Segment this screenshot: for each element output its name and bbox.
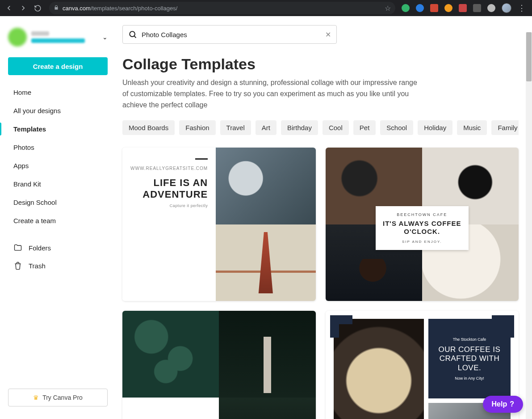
chip-fashion[interactable]: Fashion bbox=[179, 120, 215, 135]
pro-button-label: Try Canva Pro bbox=[42, 394, 83, 401]
template-card[interactable]: AUGUST 2020 Scenes From My bbox=[122, 311, 316, 419]
chip-cool[interactable]: Cool bbox=[323, 120, 349, 135]
search-icon bbox=[128, 30, 137, 39]
chevron-down-icon: ⌄ bbox=[102, 34, 108, 41]
extension-icon[interactable] bbox=[473, 4, 481, 12]
template-text: WWW.REALLYGREATSITE.COM bbox=[130, 166, 208, 171]
question-icon: ? bbox=[510, 400, 514, 408]
profile-avatar[interactable] bbox=[502, 3, 511, 13]
sidebar-item-design-school[interactable]: Design School bbox=[0, 193, 116, 212]
browser-toolbar: canva.com/templates/search/photo-collage… bbox=[0, 0, 532, 16]
template-text-panel: BEECHTOWN CAFE IT'S ALWAYS COFFEE O'CLOC… bbox=[376, 206, 469, 250]
template-image bbox=[219, 398, 315, 419]
extension-icon[interactable] bbox=[444, 4, 452, 12]
template-image bbox=[219, 311, 315, 398]
chip-pet[interactable]: Pet bbox=[353, 120, 376, 135]
crown-icon: ♛ bbox=[33, 394, 39, 401]
chip-music[interactable]: Music bbox=[457, 120, 487, 135]
template-text: LIFE IS AN bbox=[154, 177, 208, 188]
extension-icon[interactable] bbox=[459, 4, 467, 12]
main-content: Photo Collages ✕ Collage Templates Unlea… bbox=[116, 16, 532, 419]
extension-icon[interactable] bbox=[416, 4, 424, 12]
sidebar: ⌄ Create a design Home All your designs … bbox=[0, 16, 116, 419]
sidebar-item-home[interactable]: Home bbox=[0, 83, 116, 102]
help-button[interactable]: Help ? bbox=[483, 396, 523, 413]
vertical-scrollbar[interactable] bbox=[526, 32, 532, 419]
back-button[interactable] bbox=[4, 3, 14, 13]
sidebar-item-create-team[interactable]: Create a team bbox=[0, 212, 116, 230]
template-text: The Stockton Cafe bbox=[453, 337, 486, 342]
sidebar-item-label: Trash bbox=[29, 262, 46, 270]
template-text: ADVENTURE bbox=[142, 189, 208, 200]
sidebar-item-trash[interactable]: Trash bbox=[0, 257, 116, 275]
trash-icon bbox=[13, 261, 22, 270]
chip-travel[interactable]: Travel bbox=[220, 120, 251, 135]
chip-art[interactable]: Art bbox=[256, 120, 276, 135]
corner-decoration bbox=[492, 315, 514, 338]
forward-button[interactable] bbox=[18, 3, 29, 13]
help-label: Help bbox=[492, 400, 507, 408]
chip-mood-boards[interactable]: Mood Boards bbox=[122, 120, 175, 135]
filter-chips: Mood Boards Fashion Travel Art Birthday … bbox=[122, 120, 519, 135]
try-pro-button[interactable]: ♛ Try Canva Pro bbox=[8, 389, 108, 406]
sidebar-item-apps[interactable]: Apps bbox=[0, 157, 116, 175]
template-text: Now in Any City! bbox=[455, 376, 484, 381]
template-card[interactable]: BEECHTOWN CAFE IT'S ALWAYS COFFEE O'CLOC… bbox=[326, 148, 519, 301]
chip-birthday[interactable]: Birthday bbox=[281, 120, 318, 135]
chip-family[interactable]: Family bbox=[491, 120, 519, 135]
sidebar-item-photos[interactable]: Photos bbox=[0, 138, 116, 157]
template-text: BEECHTOWN CAFE bbox=[380, 212, 464, 217]
chip-school[interactable]: School bbox=[380, 120, 413, 135]
extension-icon[interactable] bbox=[487, 4, 495, 12]
template-image bbox=[216, 148, 315, 224]
reload-button[interactable] bbox=[32, 3, 43, 13]
create-design-button[interactable]: Create a design bbox=[8, 57, 108, 75]
sidebar-item-brand-kit[interactable]: Brand Kit bbox=[0, 175, 116, 193]
chip-holiday[interactable]: Holiday bbox=[418, 120, 452, 135]
search-query: Photo Collages bbox=[142, 31, 321, 38]
svg-point-0 bbox=[130, 31, 135, 37]
folder-icon bbox=[13, 243, 22, 252]
url-text: canva.com/templates/search/photo-collage… bbox=[63, 5, 177, 12]
sidebar-item-all-designs[interactable]: All your designs bbox=[0, 102, 116, 120]
template-image bbox=[122, 311, 219, 398]
account-switcher[interactable]: ⌄ bbox=[0, 23, 116, 51]
template-text: OUR COFFEE IS CRAFTED WITH LOVE. bbox=[433, 345, 506, 372]
template-text: SIP AND ENJOY. bbox=[380, 240, 464, 244]
extension-icon[interactable] bbox=[430, 4, 438, 12]
page-title: Collage Templates bbox=[122, 55, 519, 73]
template-card[interactable]: WWW.REALLYGREATSITE.COM LIFE IS ANADVENT… bbox=[122, 148, 316, 301]
clear-search-button[interactable]: ✕ bbox=[325, 30, 331, 39]
star-icon[interactable]: ☆ bbox=[385, 4, 391, 13]
sidebar-item-templates[interactable]: Templates bbox=[0, 120, 116, 138]
template-grid: WWW.REALLYGREATSITE.COM LIFE IS ANADVENT… bbox=[122, 148, 519, 419]
browser-menu-icon[interactable]: ⋮ bbox=[518, 3, 526, 13]
search-input[interactable]: Photo Collages ✕ bbox=[122, 25, 337, 44]
account-name bbox=[31, 31, 102, 43]
scrollbar-thumb[interactable] bbox=[526, 32, 532, 81]
extension-icon[interactable] bbox=[402, 4, 410, 12]
template-text-panel: WWW.REALLYGREATSITE.COM LIFE IS ANADVENT… bbox=[122, 148, 216, 301]
template-image bbox=[216, 224, 315, 301]
page-subtitle: Unleash your creativity and design a stu… bbox=[122, 77, 417, 110]
template-text: IT'S ALWAYS COFFEE O'CLOCK. bbox=[380, 220, 464, 237]
lock-icon bbox=[54, 5, 59, 12]
template-text: Capture it perfectly bbox=[170, 203, 208, 208]
avatar bbox=[8, 28, 27, 47]
address-bar[interactable]: canva.com/templates/search/photo-collage… bbox=[49, 2, 395, 14]
sidebar-item-folders[interactable]: Folders bbox=[0, 239, 116, 257]
extension-icons: ⋮ bbox=[402, 3, 528, 13]
corner-decoration bbox=[330, 315, 352, 338]
template-text-panel: AUGUST 2020 Scenes From My bbox=[122, 398, 219, 419]
sidebar-item-label: Folders bbox=[29, 244, 51, 252]
